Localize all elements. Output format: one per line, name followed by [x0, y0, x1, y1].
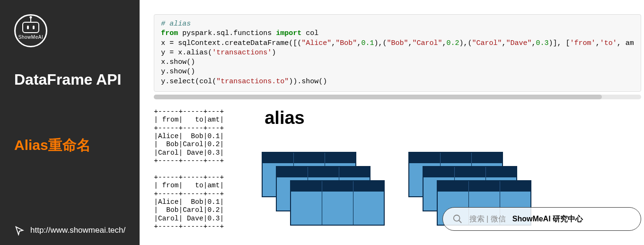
- sidebar-url[interactable]: http://www.showmeai.tech/: [30, 226, 125, 235]
- logo-face-icon: [22, 22, 39, 33]
- output-tables: +-----+-----+---+ | from| to|amt| +-----…: [154, 108, 224, 232]
- svg-point-0: [453, 215, 459, 221]
- search-icon: [452, 214, 463, 224]
- watermark: ShowMeAI: [640, 0, 644, 19]
- table-output-1: +-----+-----+---+ | from| to|amt| +-----…: [154, 108, 224, 165]
- table-stack-left: [262, 152, 380, 232]
- sidebar-footer: http://www.showmeai.tech/: [14, 225, 125, 236]
- svg-line-1: [459, 220, 461, 223]
- search-brand: ShowMeAI 研究中心: [512, 214, 583, 224]
- alias-title: alias: [265, 108, 641, 128]
- page-title: DataFrame API: [14, 71, 125, 88]
- horizontal-scrollbar[interactable]: [154, 95, 641, 99]
- page-subtitle: Alias重命名: [14, 136, 125, 155]
- sidebar: ShowMeAI DataFrame API Alias重命名 http://w…: [0, 0, 140, 245]
- search-label: 搜索 | 微信: [469, 214, 506, 224]
- main-content: # alias from pyspark.sql.functions impor…: [140, 0, 644, 245]
- cursor-icon: [14, 225, 25, 236]
- logo: ShowMeAI: [14, 14, 47, 47]
- search-box[interactable]: 搜索 | 微信 ShowMeAI 研究中心: [442, 207, 641, 231]
- scrollbar-thumb[interactable]: [154, 95, 602, 99]
- logo-text: ShowMeAI: [18, 35, 43, 40]
- table-icon: [290, 180, 385, 226]
- code-comment: # alias: [161, 20, 191, 28]
- code-block: # alias from pyspark.sql.functions impor…: [154, 14, 641, 92]
- table-output-2: +-----+-----+---+ | from| to|amt| +-----…: [154, 174, 224, 230]
